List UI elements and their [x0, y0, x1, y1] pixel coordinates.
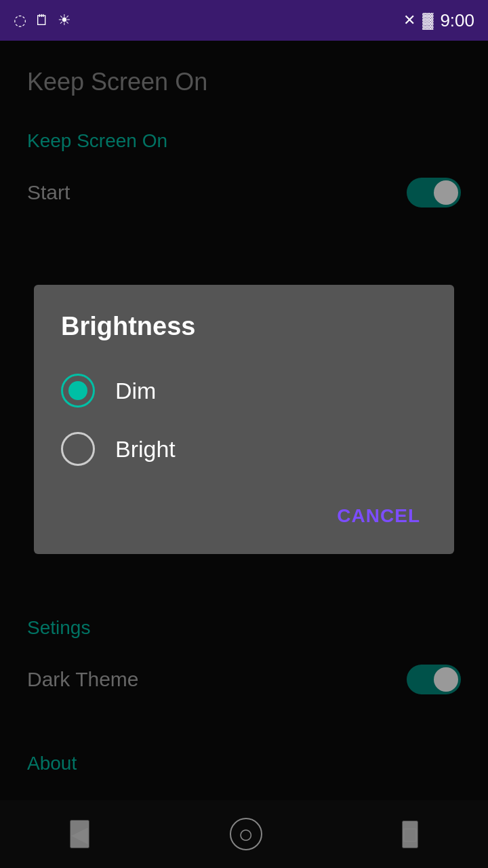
radio-option-bright[interactable]: Bright: [61, 420, 427, 478]
radio-option-dim[interactable]: Dim: [61, 361, 427, 420]
dialog-title: Brightness: [61, 312, 427, 341]
status-bar-left: ◌ 🗒 ☀: [14, 12, 71, 29]
main-content: Keep Screen On Keep Screen On Start Brig…: [0, 41, 488, 868]
clipboard-icon: 🗒: [35, 12, 49, 29]
status-bar-right: ✕ ▓ 9:00: [403, 10, 474, 31]
signal-icon: ✕: [403, 12, 415, 29]
radio-inner-dim: [68, 381, 87, 400]
radio-label-dim: Dim: [115, 378, 156, 404]
radio-label-bright: Bright: [115, 436, 176, 462]
spinner-icon: ◌: [14, 12, 26, 29]
battery-icon: ▓: [422, 12, 433, 29]
radio-circle-dim: [61, 374, 95, 408]
cancel-button[interactable]: CANCEL: [330, 498, 427, 534]
status-bar: ◌ 🗒 ☀ ✕ ▓ 9:00: [0, 0, 488, 41]
brightness-dialog: Brightness Dim Bright CANCEL: [34, 285, 454, 554]
brightness-icon: ☀: [58, 12, 71, 29]
dialog-buttons: CANCEL: [61, 492, 427, 534]
status-time: 9:00: [440, 10, 474, 31]
radio-circle-bright: [61, 432, 95, 466]
